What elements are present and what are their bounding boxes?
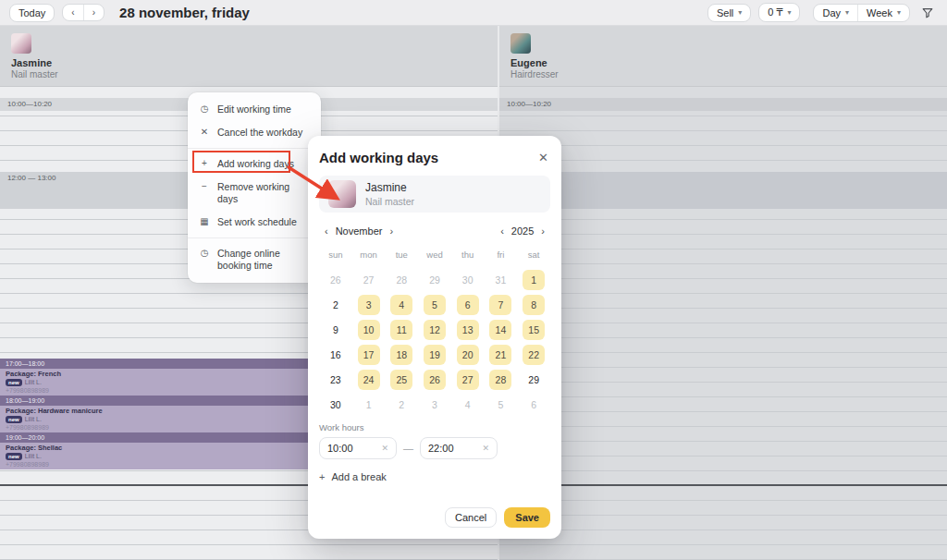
day-cell[interactable]: 18 bbox=[390, 345, 412, 365]
day-cell[interactable]: 19 bbox=[424, 345, 446, 365]
prev-day-button[interactable]: ‹ bbox=[63, 5, 82, 20]
day-cell[interactable]: 14 bbox=[489, 320, 511, 340]
time-slot-band[interactable]: 10:00—10:20 bbox=[499, 98, 947, 111]
weekday-header: sunmontuewedthufrisat bbox=[319, 250, 550, 260]
filter-button[interactable] bbox=[917, 5, 938, 21]
end-time-input[interactable]: 22:00 ✕ bbox=[420, 437, 498, 459]
staff-column-eugene[interactable]: Eugene Hairdresser bbox=[499, 26, 947, 87]
day-cell[interactable]: 10 bbox=[358, 320, 380, 340]
day-cell[interactable]: 7 bbox=[489, 295, 511, 315]
day-cell[interactable]: 26 bbox=[424, 370, 446, 390]
menu-item-label: Set work schedule bbox=[217, 216, 297, 228]
close-icon[interactable]: ✕ bbox=[536, 149, 550, 166]
schedule-column-eugene[interactable] bbox=[499, 87, 947, 560]
day-cell[interactable]: 13 bbox=[457, 320, 479, 340]
day-cell[interactable]: 28 bbox=[390, 270, 412, 290]
break-band[interactable] bbox=[499, 172, 947, 209]
client-name: Lilit L. bbox=[25, 452, 42, 460]
day-cell[interactable]: 28 bbox=[489, 370, 511, 390]
day-cell[interactable]: 1 bbox=[358, 395, 380, 415]
day-cell[interactable]: 6 bbox=[523, 395, 545, 415]
day-cell[interactable]: 22 bbox=[523, 345, 545, 365]
day-cell[interactable]: 27 bbox=[457, 370, 479, 390]
day-cell[interactable]: 30 bbox=[325, 395, 347, 415]
month-label: November bbox=[336, 225, 383, 237]
day-cell[interactable]: 5 bbox=[489, 395, 511, 415]
day-cell[interactable]: 9 bbox=[325, 320, 347, 340]
day-cell[interactable]: 17 bbox=[358, 345, 380, 365]
staff-header: Jasmine Nail master Eugene Hairdresser bbox=[0, 26, 947, 87]
day-cell[interactable]: 1 bbox=[523, 270, 545, 290]
day-cell[interactable]: 26 bbox=[325, 270, 347, 290]
menu-item-edit-working-time[interactable]: ◷Edit working time bbox=[188, 98, 321, 121]
menu-item-set-work-schedule[interactable]: ▦Set work schedule bbox=[188, 211, 321, 234]
close-icon: ✕ bbox=[199, 127, 210, 137]
staff-name: Jasmine bbox=[11, 57, 486, 68]
day-cell[interactable]: 31 bbox=[489, 270, 511, 290]
clear-icon[interactable]: ✕ bbox=[482, 444, 489, 453]
day-cell[interactable]: 4 bbox=[457, 395, 479, 415]
new-badge: new bbox=[6, 453, 22, 460]
day-cell[interactable]: 2 bbox=[390, 395, 412, 415]
week-view-label: Week bbox=[867, 7, 892, 18]
day-cell[interactable]: 25 bbox=[390, 370, 412, 390]
minus-icon: − bbox=[199, 181, 210, 191]
clock-icon: ◷ bbox=[199, 248, 210, 258]
day-cell[interactable]: 23 bbox=[325, 370, 347, 390]
day-cell[interactable]: 6 bbox=[457, 295, 479, 315]
new-badge: new bbox=[6, 416, 22, 423]
day-cell[interactable]: 11 bbox=[390, 320, 412, 340]
day-cell[interactable]: 27 bbox=[358, 270, 380, 290]
staff-name: Eugene bbox=[510, 57, 936, 68]
day-cell[interactable]: 2 bbox=[325, 295, 347, 315]
next-day-button[interactable]: › bbox=[83, 5, 104, 20]
day-cell[interactable]: 24 bbox=[358, 370, 380, 390]
menu-item-remove-working-days[interactable]: −Remove working days bbox=[188, 176, 321, 211]
day-cell[interactable]: 15 bbox=[523, 320, 545, 340]
filter-funnel-icon bbox=[921, 6, 934, 19]
start-time-input[interactable]: 10:00 ✕ bbox=[319, 437, 397, 459]
staff-column-jasmine[interactable]: Jasmine Nail master bbox=[0, 26, 498, 87]
menu-item-add-working-days[interactable]: +Add working days bbox=[188, 152, 321, 176]
day-view-button[interactable]: Day ▾ bbox=[814, 5, 857, 21]
next-year-icon[interactable]: › bbox=[541, 226, 545, 237]
year-label: 2025 bbox=[511, 225, 534, 237]
amount-button[interactable]: 0 ₸ ▾ bbox=[758, 3, 800, 22]
client-name: Lilit L. bbox=[25, 415, 42, 423]
day-cell[interactable]: 3 bbox=[424, 395, 446, 415]
prev-year-icon[interactable]: ‹ bbox=[500, 226, 504, 237]
day-cell[interactable]: 8 bbox=[523, 295, 545, 315]
day-cell[interactable]: 20 bbox=[457, 345, 479, 365]
day-cell[interactable]: 4 bbox=[390, 295, 412, 315]
plus-icon: + bbox=[319, 471, 325, 482]
add-break-button[interactable]: + Add a break bbox=[319, 471, 550, 482]
day-cell[interactable]: 29 bbox=[424, 270, 446, 290]
add-break-label: Add a break bbox=[331, 471, 386, 482]
menu-item-cancel-the-workday[interactable]: ✕Cancel the workday bbox=[188, 121, 321, 144]
next-month-icon[interactable]: › bbox=[389, 226, 393, 237]
save-button[interactable]: Save bbox=[504, 507, 550, 528]
menu-item-change-online-booking-time[interactable]: ◷Change online booking time bbox=[188, 242, 321, 277]
today-button[interactable]: Today bbox=[9, 4, 55, 22]
day-cell[interactable]: 29 bbox=[523, 370, 545, 390]
day-cell[interactable]: 3 bbox=[358, 295, 380, 315]
sell-button[interactable]: Sell ▾ bbox=[707, 4, 751, 22]
menu-item-label: Edit working time bbox=[217, 103, 291, 116]
range-separator: — bbox=[403, 443, 413, 454]
day-cell[interactable]: 30 bbox=[457, 270, 479, 290]
avatar bbox=[11, 33, 31, 54]
menu-divider bbox=[188, 148, 321, 149]
prev-month-icon[interactable]: ‹ bbox=[325, 226, 328, 237]
day-cell[interactable]: 12 bbox=[424, 320, 446, 340]
day-cell[interactable]: 16 bbox=[325, 345, 347, 365]
chevron-down-icon: ▾ bbox=[738, 9, 742, 17]
weekday-label: sun bbox=[319, 250, 352, 260]
day-cell[interactable]: 21 bbox=[489, 345, 511, 365]
clear-icon[interactable]: ✕ bbox=[381, 444, 388, 453]
menu-divider bbox=[188, 237, 321, 238]
day-cell[interactable]: 5 bbox=[424, 295, 446, 315]
week-view-button[interactable]: Week ▾ bbox=[857, 5, 909, 21]
day-view-label: Day bbox=[822, 7, 841, 18]
staff-role: Hairdresser bbox=[510, 69, 936, 79]
cancel-button[interactable]: Cancel bbox=[445, 507, 497, 528]
